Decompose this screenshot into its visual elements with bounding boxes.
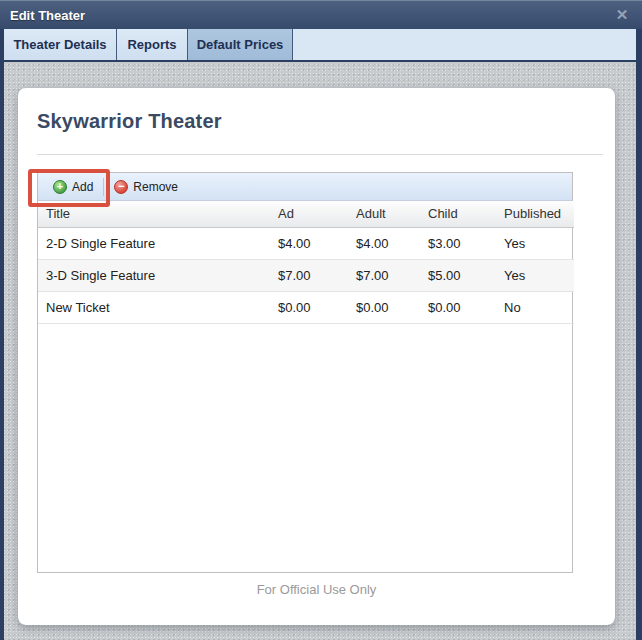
prices-toolbar: + Add − Remove <box>38 173 572 201</box>
prices-panel: + Add − Remove Title Ad Adult Child <box>37 172 573 573</box>
table-row[interactable]: New Ticket $0.00 $0.00 $0.00 No <box>38 291 574 323</box>
tab-label: Theater Details <box>13 37 106 52</box>
theater-name-heading: Skywarrior Theater <box>37 110 222 133</box>
tab-default-prices[interactable]: Default Prices <box>188 29 293 60</box>
cell-child: $5.00 <box>428 259 504 291</box>
default-prices-card: Skywarrior Theater + Add − Remove Title <box>18 88 615 625</box>
heading-divider <box>37 154 603 155</box>
tab-reports[interactable]: Reports <box>117 29 188 60</box>
add-plus-icon: + <box>53 180 67 194</box>
cell-adult: $0.00 <box>356 291 428 323</box>
cell-child: $0.00 <box>428 291 504 323</box>
cell-published: Yes <box>504 227 574 259</box>
column-header-published: Published <box>504 201 574 227</box>
default-prices-table: Title Ad Adult Child Published 2-D Singl… <box>38 201 574 324</box>
cell-ad: $7.00 <box>278 259 356 291</box>
table-row[interactable]: 2-D Single Feature $4.00 $4.00 $3.00 Yes <box>38 227 574 259</box>
toolbar-separator <box>103 178 104 196</box>
cell-published: Yes <box>504 259 574 291</box>
cell-title: 2-D Single Feature <box>38 227 278 259</box>
column-header-ad: Ad <box>278 201 356 227</box>
dialog-title: Edit Theater <box>0 8 85 23</box>
table-header-row: Title Ad Adult Child Published <box>38 201 574 227</box>
cell-ad: $0.00 <box>278 291 356 323</box>
cell-adult: $4.00 <box>356 227 428 259</box>
add-button-label: Add <box>72 180 93 194</box>
column-header-adult: Adult <box>356 201 428 227</box>
edit-theater-dialog: Edit Theater ✕ Theater Details Reports D… <box>0 0 642 640</box>
cell-child: $3.00 <box>428 227 504 259</box>
column-header-title: Title <box>38 201 278 227</box>
dialog-titlebar: Edit Theater ✕ <box>0 0 642 29</box>
tab-label: Default Prices <box>197 37 284 52</box>
cell-adult: $7.00 <box>356 259 428 291</box>
remove-minus-icon: − <box>114 180 128 194</box>
remove-button-label: Remove <box>133 180 178 194</box>
tab-bar: Theater Details Reports Default Prices <box>4 29 636 62</box>
add-button[interactable]: + Add <box>47 178 99 196</box>
tab-label: Reports <box>127 37 176 52</box>
cell-title: New Ticket <box>38 291 278 323</box>
tab-theater-details[interactable]: Theater Details <box>4 29 117 60</box>
table-row[interactable]: 3-D Single Feature $7.00 $7.00 $5.00 Yes <box>38 259 574 291</box>
cell-published: No <box>504 291 574 323</box>
cell-ad: $4.00 <box>278 227 356 259</box>
cell-title: 3-D Single Feature <box>38 259 278 291</box>
dialog-left-border <box>0 0 4 640</box>
column-header-child: Child <box>428 201 504 227</box>
close-icon[interactable]: ✕ <box>612 5 632 25</box>
remove-button[interactable]: − Remove <box>108 178 184 196</box>
dialog-right-border <box>636 0 642 640</box>
official-use-footer: For Official Use Only <box>18 582 615 597</box>
